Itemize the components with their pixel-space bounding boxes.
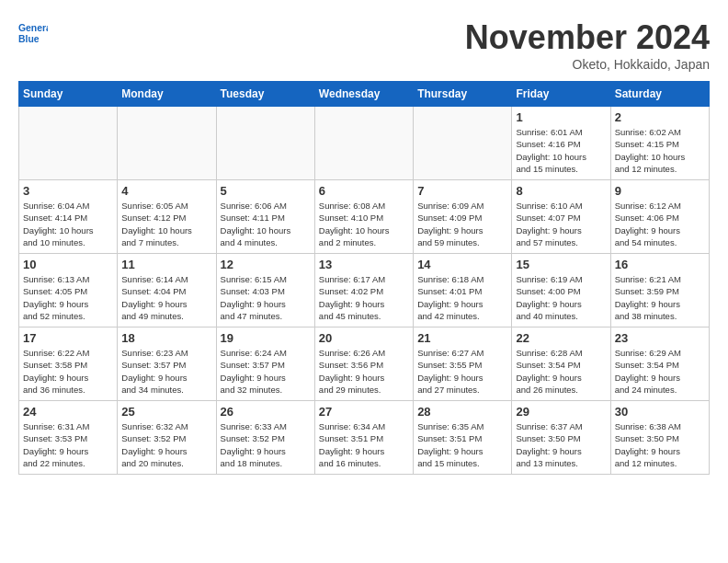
day-info: Sunrise: 6:02 AM Sunset: 4:15 PM Dayligh…	[615, 126, 705, 175]
calendar-cell: 22Sunrise: 6:28 AM Sunset: 3:54 PM Dayli…	[512, 327, 610, 401]
calendar-cell: 20Sunrise: 6:26 AM Sunset: 3:56 PM Dayli…	[314, 327, 413, 401]
calendar-week: 3Sunrise: 6:04 AM Sunset: 4:14 PM Daylig…	[19, 180, 710, 254]
day-info: Sunrise: 6:04 AM Sunset: 4:14 PM Dayligh…	[23, 200, 113, 248]
day-number: 10	[23, 258, 113, 271]
day-info: Sunrise: 6:10 AM Sunset: 4:07 PM Dayligh…	[516, 200, 606, 248]
weekday-header: Monday	[118, 82, 216, 107]
day-number: 12	[221, 258, 311, 271]
day-number: 24	[23, 405, 113, 419]
calendar-cell: 12Sunrise: 6:15 AM Sunset: 4:03 PM Dayli…	[216, 254, 314, 327]
day-info: Sunrise: 6:12 AM Sunset: 4:06 PM Dayligh…	[615, 200, 705, 248]
day-info: Sunrise: 6:32 AM Sunset: 3:52 PM Dayligh…	[121, 420, 211, 469]
calendar-cell: 19Sunrise: 6:24 AM Sunset: 3:57 PM Dayli…	[216, 327, 314, 401]
day-info: Sunrise: 6:22 AM Sunset: 3:58 PM Dayligh…	[23, 347, 113, 396]
weekday-header: Wednesday	[314, 82, 413, 107]
calendar-cell	[118, 107, 216, 180]
day-info: Sunrise: 6:29 AM Sunset: 3:54 PM Dayligh…	[615, 347, 705, 396]
calendar-cell: 11Sunrise: 6:14 AM Sunset: 4:04 PM Dayli…	[118, 254, 216, 327]
title-block: November 2024 Oketo, Hokkaido, Japan	[465, 18, 710, 72]
weekday-header: Thursday	[414, 82, 512, 107]
day-number: 6	[319, 184, 409, 198]
weekday-header: Friday	[512, 82, 610, 107]
day-number: 14	[417, 258, 507, 271]
day-number: 20	[319, 331, 409, 345]
calendar-cell: 27Sunrise: 6:34 AM Sunset: 3:51 PM Dayli…	[314, 401, 413, 475]
calendar-cell: 23Sunrise: 6:29 AM Sunset: 3:54 PM Dayli…	[610, 327, 709, 401]
day-number: 16	[615, 258, 705, 271]
calendar-cell: 13Sunrise: 6:17 AM Sunset: 4:02 PM Dayli…	[314, 254, 413, 327]
calendar-cell: 2Sunrise: 6:02 AM Sunset: 4:15 PM Daylig…	[610, 107, 709, 180]
day-info: Sunrise: 6:23 AM Sunset: 3:57 PM Dayligh…	[121, 347, 211, 396]
calendar-cell: 3Sunrise: 6:04 AM Sunset: 4:14 PM Daylig…	[19, 180, 118, 254]
calendar-cell: 7Sunrise: 6:09 AM Sunset: 4:09 PM Daylig…	[414, 180, 512, 254]
page-header: General Blue November 2024 Oketo, Hokkai…	[18, 18, 710, 72]
weekday-header: Tuesday	[216, 82, 314, 107]
day-info: Sunrise: 6:27 AM Sunset: 3:55 PM Dayligh…	[417, 347, 507, 396]
calendar-cell: 17Sunrise: 6:22 AM Sunset: 3:58 PM Dayli…	[19, 327, 118, 401]
calendar-cell: 24Sunrise: 6:31 AM Sunset: 3:53 PM Dayli…	[19, 401, 118, 475]
calendar-cell: 15Sunrise: 6:19 AM Sunset: 4:00 PM Dayli…	[512, 254, 610, 327]
day-info: Sunrise: 6:17 AM Sunset: 4:02 PM Dayligh…	[319, 273, 409, 322]
day-number: 3	[23, 184, 113, 198]
month-title: November 2024	[465, 18, 710, 57]
calendar-cell	[314, 107, 413, 180]
calendar-cell: 5Sunrise: 6:06 AM Sunset: 4:11 PM Daylig…	[216, 180, 314, 254]
calendar-cell: 14Sunrise: 6:18 AM Sunset: 4:01 PM Dayli…	[414, 254, 512, 327]
calendar-cell: 21Sunrise: 6:27 AM Sunset: 3:55 PM Dayli…	[414, 327, 512, 401]
day-info: Sunrise: 6:18 AM Sunset: 4:01 PM Dayligh…	[417, 273, 507, 322]
day-info: Sunrise: 6:05 AM Sunset: 4:12 PM Dayligh…	[121, 200, 211, 248]
day-info: Sunrise: 6:06 AM Sunset: 4:11 PM Dayligh…	[221, 200, 311, 248]
calendar-cell	[216, 107, 314, 180]
svg-text:General: General	[18, 23, 48, 33]
day-info: Sunrise: 6:15 AM Sunset: 4:03 PM Dayligh…	[221, 273, 311, 322]
day-number: 1	[516, 110, 606, 124]
day-info: Sunrise: 6:14 AM Sunset: 4:04 PM Dayligh…	[121, 273, 211, 322]
svg-text:Blue: Blue	[18, 34, 40, 44]
weekday-header: Saturday	[610, 82, 709, 107]
day-number: 21	[417, 331, 507, 345]
day-number: 4	[121, 184, 211, 198]
day-info: Sunrise: 6:13 AM Sunset: 4:05 PM Dayligh…	[23, 273, 113, 322]
calendar-cell: 1Sunrise: 6:01 AM Sunset: 4:16 PM Daylig…	[512, 107, 610, 180]
calendar-cell: 26Sunrise: 6:33 AM Sunset: 3:52 PM Dayli…	[216, 401, 314, 475]
calendar-week: 17Sunrise: 6:22 AM Sunset: 3:58 PM Dayli…	[19, 327, 710, 401]
day-info: Sunrise: 6:37 AM Sunset: 3:50 PM Dayligh…	[516, 420, 606, 469]
day-number: 29	[516, 405, 606, 419]
day-number: 9	[615, 184, 705, 198]
day-number: 11	[121, 258, 211, 271]
day-info: Sunrise: 6:28 AM Sunset: 3:54 PM Dayligh…	[516, 347, 606, 396]
calendar-week: 10Sunrise: 6:13 AM Sunset: 4:05 PM Dayli…	[19, 254, 710, 327]
calendar-cell: 28Sunrise: 6:35 AM Sunset: 3:51 PM Dayli…	[414, 401, 512, 475]
calendar-cell: 10Sunrise: 6:13 AM Sunset: 4:05 PM Dayli…	[19, 254, 118, 327]
calendar-cell: 29Sunrise: 6:37 AM Sunset: 3:50 PM Dayli…	[512, 401, 610, 475]
day-number: 30	[615, 405, 705, 419]
day-number: 15	[516, 258, 606, 271]
day-info: Sunrise: 6:09 AM Sunset: 4:09 PM Dayligh…	[417, 200, 507, 248]
day-info: Sunrise: 6:26 AM Sunset: 3:56 PM Dayligh…	[319, 347, 409, 396]
logo: General Blue	[18, 18, 48, 48]
day-number: 23	[615, 331, 705, 345]
day-number: 25	[121, 405, 211, 419]
calendar-cell: 16Sunrise: 6:21 AM Sunset: 3:59 PM Dayli…	[610, 254, 709, 327]
calendar-cell: 18Sunrise: 6:23 AM Sunset: 3:57 PM Dayli…	[118, 327, 216, 401]
day-number: 7	[417, 184, 507, 198]
calendar-cell	[414, 107, 512, 180]
day-info: Sunrise: 6:01 AM Sunset: 4:16 PM Dayligh…	[516, 126, 606, 175]
day-number: 5	[221, 184, 311, 198]
day-info: Sunrise: 6:31 AM Sunset: 3:53 PM Dayligh…	[23, 420, 113, 469]
calendar-cell: 4Sunrise: 6:05 AM Sunset: 4:12 PM Daylig…	[118, 180, 216, 254]
calendar-cell: 30Sunrise: 6:38 AM Sunset: 3:50 PM Dayli…	[610, 401, 709, 475]
calendar-header: SundayMondayTuesdayWednesdayThursdayFrid…	[19, 82, 710, 107]
calendar-cell: 9Sunrise: 6:12 AM Sunset: 4:06 PM Daylig…	[610, 180, 709, 254]
day-number: 22	[516, 331, 606, 345]
day-info: Sunrise: 6:19 AM Sunset: 4:00 PM Dayligh…	[516, 273, 606, 322]
calendar-cell: 6Sunrise: 6:08 AM Sunset: 4:10 PM Daylig…	[314, 180, 413, 254]
day-number: 2	[615, 110, 705, 124]
day-info: Sunrise: 6:21 AM Sunset: 3:59 PM Dayligh…	[615, 273, 705, 322]
calendar-week: 24Sunrise: 6:31 AM Sunset: 3:53 PM Dayli…	[19, 401, 710, 475]
day-number: 18	[121, 331, 211, 345]
day-info: Sunrise: 6:08 AM Sunset: 4:10 PM Dayligh…	[319, 200, 409, 248]
day-info: Sunrise: 6:24 AM Sunset: 3:57 PM Dayligh…	[221, 347, 311, 396]
calendar-table: SundayMondayTuesdayWednesdayThursdayFrid…	[18, 81, 710, 475]
calendar-cell	[19, 107, 118, 180]
